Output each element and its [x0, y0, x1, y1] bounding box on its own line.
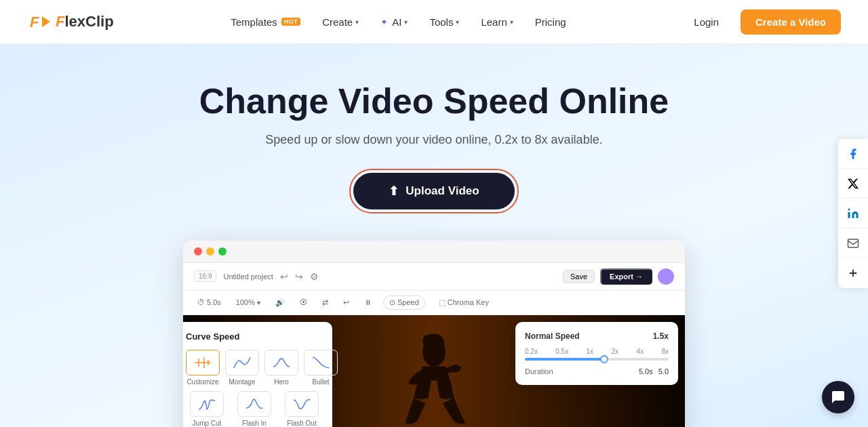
- undo-icon[interactable]: ↩: [280, 271, 288, 282]
- curve-item-flashout[interactable]: Flash Out: [281, 391, 323, 427]
- volume-icon[interactable]: 🔊: [272, 297, 288, 308]
- chroma-key-button[interactable]: ⬚ Chroma Key: [433, 296, 494, 309]
- aspect-ratio-selector[interactable]: 16:9: [194, 270, 216, 282]
- social-sidebar: [838, 139, 868, 288]
- chevron-down-icon: ▾: [510, 18, 513, 26]
- window-minimize-dot: [206, 247, 214, 256]
- curve-icon-flashin: [237, 391, 271, 417]
- curve-item-jumpcut[interactable]: Jump Cut: [186, 391, 228, 427]
- editor-mockup: 16:9 Untitled project ↩ ↪ ⚙ Save Export …: [183, 241, 685, 427]
- create-video-button[interactable]: Create a Video: [741, 9, 841, 35]
- email-share-button[interactable]: [838, 228, 868, 258]
- zoom-chevron-icon: ▾: [257, 299, 260, 306]
- curve-item-montage[interactable]: Montage: [225, 350, 259, 386]
- navbar: F FlexClip Templates HOT Create ▾ ✦ AI ▾…: [0, 0, 868, 44]
- speed-gauge-icon: ⊙: [389, 298, 395, 307]
- hero-subtitle: Speed up or slow down your video online,…: [265, 133, 602, 147]
- editor-mockup-container: 16:9 Untitled project ↩ ↪ ⚙ Save Export …: [183, 241, 685, 427]
- speed-value: 1.5x: [653, 331, 669, 341]
- speed-tool-button[interactable]: ⊙ Speed: [383, 296, 425, 310]
- logo[interactable]: F FlexClip: [27, 9, 114, 34]
- toolbar-left: 16:9 Untitled project ↩ ↪ ⚙: [194, 270, 319, 282]
- editor-titlebar: [183, 241, 685, 263]
- more-share-button[interactable]: [838, 258, 868, 288]
- duration-numeric-value: 5.0: [658, 367, 669, 375]
- curve-icon-jumpcut: [190, 391, 224, 417]
- curve-label-jumpcut: Jump Cut: [193, 420, 222, 427]
- nav-right: Login Create a Video: [683, 9, 841, 35]
- speed-label: Normal Speed: [525, 331, 580, 341]
- chat-support-button[interactable]: [822, 381, 854, 413]
- curve-label-flashout: Flash Out: [287, 420, 316, 427]
- editor-tools-row: ⏱ 5.0s 100% ▾ 🔊 ⦿ ⇄ ↩ ⏸ ⊙ Speed ⬚ C: [183, 291, 685, 315]
- duration-label: Duration: [525, 367, 553, 375]
- svg-point-8: [848, 208, 850, 210]
- upload-icon: ⬆: [389, 184, 399, 199]
- curve-label-customize: Customize: [186, 378, 218, 386]
- curve-label-flashin: Flash In: [242, 420, 267, 427]
- chevron-down-icon: ▾: [404, 18, 408, 26]
- nav-item-templates[interactable]: Templates HOT: [222, 11, 309, 33]
- curve-icon-customize: [186, 350, 220, 375]
- login-button[interactable]: Login: [683, 11, 730, 33]
- upload-video-button[interactable]: ⬆ Upload Video: [353, 173, 514, 209]
- nav-item-pricing[interactable]: Pricing: [527, 11, 574, 33]
- svg-text:F: F: [30, 14, 39, 30]
- chat-icon: [830, 389, 846, 405]
- curve-icon-flashout: [285, 391, 319, 417]
- user-avatar: [658, 268, 674, 285]
- chroma-icon: ⬚: [439, 298, 446, 307]
- curve-item-customize[interactable]: Customize: [186, 350, 220, 386]
- speed-slider[interactable]: [525, 358, 669, 361]
- curve-item-bullet[interactable]: Bullet: [304, 350, 338, 386]
- curve-item-flashin[interactable]: Flash In: [233, 391, 275, 427]
- svg-rect-9: [848, 239, 859, 247]
- hero-section: Change Video Speed Online Speed up or sl…: [0, 44, 868, 427]
- curve-item-hero[interactable]: Hero: [264, 350, 298, 386]
- speed-marks: 0.2x 0.5x 1x 2x 4x 8x: [525, 348, 669, 355]
- window-close-dot: [194, 247, 202, 256]
- runner-silhouette: [334, 329, 534, 427]
- nav-item-create[interactable]: Create ▾: [314, 11, 367, 33]
- duration-display: ⏱ 5.0s: [194, 297, 224, 308]
- undo-clip-icon[interactable]: ↩: [340, 297, 353, 308]
- clock-icon: ⏱: [197, 298, 205, 306]
- filter-icon[interactable]: ⦿: [296, 297, 311, 308]
- duration-slider-value: 5.0s: [639, 367, 653, 375]
- window-maximize-dot: [218, 247, 226, 256]
- curve-icon-montage: [225, 350, 259, 375]
- chevron-down-icon: ▾: [355, 18, 359, 26]
- twitter-share-button[interactable]: [838, 169, 868, 199]
- split-icon[interactable]: ⏸: [361, 297, 375, 308]
- curve-label-hero: Hero: [274, 378, 289, 386]
- chevron-down-icon: ▾: [456, 18, 459, 26]
- speed-fill: [525, 358, 604, 361]
- transform-icon[interactable]: ⇄: [319, 297, 332, 308]
- zoom-selector[interactable]: 100% ▾: [233, 297, 264, 308]
- speed-handle: [600, 355, 608, 363]
- duration-row: Duration 5.0s 5.0: [525, 367, 669, 375]
- save-button[interactable]: Save: [563, 270, 595, 283]
- hero-title: Change Video Speed Online: [199, 81, 669, 122]
- nav-item-ai[interactable]: ✦ AI ▾: [372, 11, 416, 33]
- curve-icon-bullet: [304, 350, 338, 375]
- upload-button-wrapper: ⬆ Upload Video: [349, 169, 518, 214]
- settings-icon[interactable]: ⚙: [310, 271, 319, 282]
- logo-text: FlexClip: [56, 13, 114, 30]
- logo-icon: F: [27, 9, 52, 34]
- redo-icon[interactable]: ↪: [295, 271, 303, 282]
- ai-sparkle-icon: ✦: [380, 17, 388, 27]
- toolbar-right: Save Export →: [563, 268, 674, 285]
- nav-item-tools[interactable]: Tools ▾: [421, 11, 467, 33]
- curve-grid-row1: Customize Montage: [186, 350, 323, 386]
- linkedin-share-button[interactable]: [838, 199, 868, 228]
- nav-item-learn[interactable]: Learn ▾: [473, 11, 521, 33]
- speed-panel: Normal Speed 1.5x 0.2x 0.5x 1x 2x 4x 8x: [515, 322, 678, 385]
- curve-panel-title: Curve Speed: [186, 331, 323, 342]
- facebook-share-button[interactable]: [838, 139, 868, 169]
- curve-icon-hero: [264, 350, 298, 375]
- curve-speed-panel: Curve Speed Customize: [183, 322, 332, 427]
- editor-toolbar: 16:9 Untitled project ↩ ↪ ⚙ Save Export …: [183, 263, 685, 291]
- curve-grid-row2: Jump Cut Flash In: [186, 391, 323, 427]
- export-button[interactable]: Export →: [600, 268, 652, 285]
